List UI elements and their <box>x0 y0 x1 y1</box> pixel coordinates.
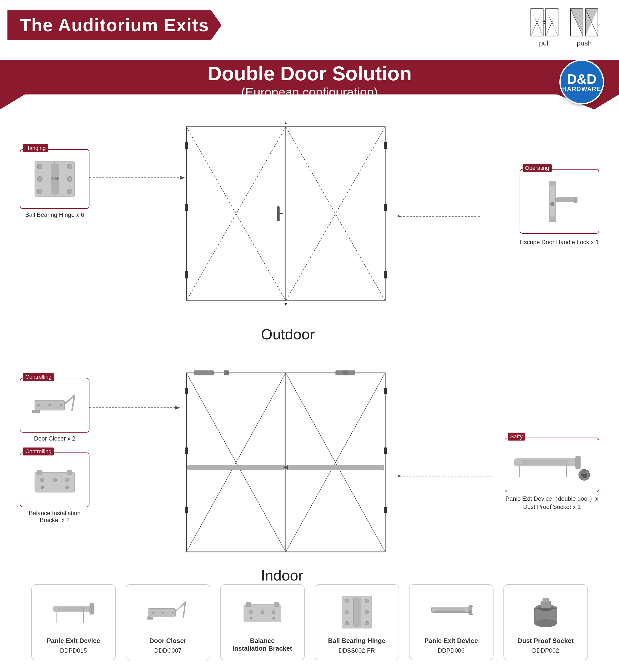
svg-rect-33 <box>185 271 188 279</box>
controlling1-card: Controlling <box>20 378 89 433</box>
svg-point-104 <box>162 612 164 614</box>
controlling2-card: Controlling <box>20 452 89 507</box>
svg-rect-72 <box>194 370 214 375</box>
prod-img-socket <box>521 590 570 634</box>
svg-point-120 <box>365 621 369 625</box>
svg-rect-87 <box>575 456 580 469</box>
svg-marker-41 <box>284 303 287 306</box>
svg-point-63 <box>41 486 44 489</box>
safety-caption2: Dust Proof Socket x 1 <box>505 503 599 510</box>
pull-item: pull <box>530 7 559 47</box>
svg-rect-77 <box>287 465 384 470</box>
indoor-door-diagram <box>174 353 398 577</box>
operating-label: Operating <box>523 164 552 172</box>
svg-point-116 <box>365 599 369 603</box>
svg-point-112 <box>250 617 253 619</box>
svg-rect-79 <box>185 447 188 454</box>
svg-rect-80 <box>185 507 188 513</box>
svg-marker-7 <box>543 23 546 24</box>
svg-rect-95 <box>90 603 94 614</box>
svg-rect-96 <box>59 607 83 611</box>
svg-text:D&D: D&D <box>52 176 60 180</box>
svg-point-111 <box>272 610 275 614</box>
svg-rect-32 <box>185 204 188 211</box>
svg-point-18 <box>67 189 72 194</box>
svg-marker-6 <box>543 20 546 22</box>
svg-rect-49 <box>549 217 556 222</box>
prod-img-panic <box>49 590 98 634</box>
panic-device-image <box>508 440 596 489</box>
product-hinge: Ball Bearing Hinge DDSS002-FR <box>315 584 399 660</box>
svg-rect-44 <box>556 198 575 202</box>
prod-name-panic2: Panic Exit Device <box>424 637 478 645</box>
safety-label: Safty <box>508 433 525 440</box>
outdoor-label: Outdoor <box>261 326 315 343</box>
svg-point-115 <box>345 599 349 603</box>
hanging-card: Hanging D&D <box>20 149 89 209</box>
prod-img-bracket <box>237 590 287 634</box>
safety-card: Safty <box>505 438 599 492</box>
push-item: push <box>569 7 599 47</box>
svg-point-117 <box>345 610 349 614</box>
svg-point-126 <box>469 611 471 613</box>
svg-rect-107 <box>246 602 251 607</box>
prod-code-socket: DDDP002 <box>532 647 559 654</box>
prod-img-closer <box>143 590 193 634</box>
svg-point-64 <box>66 486 69 489</box>
svg-point-127 <box>471 606 473 607</box>
svg-rect-73 <box>224 370 229 375</box>
svg-point-62 <box>65 478 69 482</box>
operating-dotted-line <box>398 212 485 220</box>
svg-point-105 <box>172 612 174 614</box>
prod-code-hinge: DDSS002-FR <box>338 647 375 654</box>
prod-name-closer: Door Closer <box>149 637 186 645</box>
hinge-image: D&D <box>23 152 86 206</box>
svg-point-60 <box>40 478 44 482</box>
svg-rect-135 <box>543 598 549 602</box>
prod-name-panic: Panic Exit Device <box>47 637 100 645</box>
prod-code-panic: DDPD015 <box>60 647 87 654</box>
svg-point-61 <box>53 478 57 482</box>
hanging-caption: Ball Bearing Hinge x 6 <box>20 211 89 218</box>
safety-dotted-line <box>398 472 497 480</box>
prod-code-panic2: DDPD006 <box>437 647 465 654</box>
svg-rect-48 <box>549 181 556 186</box>
hanging-label: Hanging <box>23 144 48 152</box>
prod-img-panic2 <box>426 590 476 634</box>
pull-icon <box>530 7 559 37</box>
svg-point-15 <box>37 164 42 169</box>
dd-hardware: HARDWARE <box>562 86 601 92</box>
controlling2-label: Controlling <box>23 447 54 455</box>
svg-point-113 <box>272 617 275 619</box>
operating-card: Operating <box>520 169 599 234</box>
handle-image <box>523 172 596 231</box>
svg-point-119 <box>345 621 349 625</box>
page-title: The Auditorium Exits <box>7 10 221 40</box>
svg-point-118 <box>365 610 369 614</box>
svg-rect-78 <box>185 388 188 394</box>
svg-rect-53 <box>32 410 40 413</box>
svg-point-103 <box>152 612 154 614</box>
controlling1-label: Controlling <box>23 373 54 381</box>
svg-rect-81 <box>384 388 387 394</box>
svg-point-19 <box>37 177 42 181</box>
svg-point-16 <box>67 164 72 169</box>
product-dust-socket: Dust Proof Socket DDDP002 <box>503 584 588 660</box>
svg-rect-34 <box>384 142 387 149</box>
svg-rect-125 <box>435 608 465 612</box>
svg-point-110 <box>261 610 264 614</box>
operating-caption: Escape Door Handle Lock x 1 <box>520 239 599 246</box>
product-balance-bracket: Balance Installation Bracket <box>220 584 305 660</box>
svg-rect-47 <box>552 204 553 206</box>
svg-rect-88 <box>522 460 567 465</box>
svg-rect-58 <box>37 470 42 475</box>
prod-code-closer: DDDC007 <box>154 647 182 654</box>
pull-label: pull <box>539 39 550 47</box>
banner-title: Double Door Solution <box>207 62 412 85</box>
svg-point-131 <box>535 619 557 627</box>
dd-logo: D&D HARDWARE <box>559 60 604 105</box>
svg-rect-76 <box>188 465 284 470</box>
pull-push-container: pull push <box>530 7 599 47</box>
svg-rect-43 <box>549 181 556 221</box>
balance-bracket-image <box>23 455 86 504</box>
